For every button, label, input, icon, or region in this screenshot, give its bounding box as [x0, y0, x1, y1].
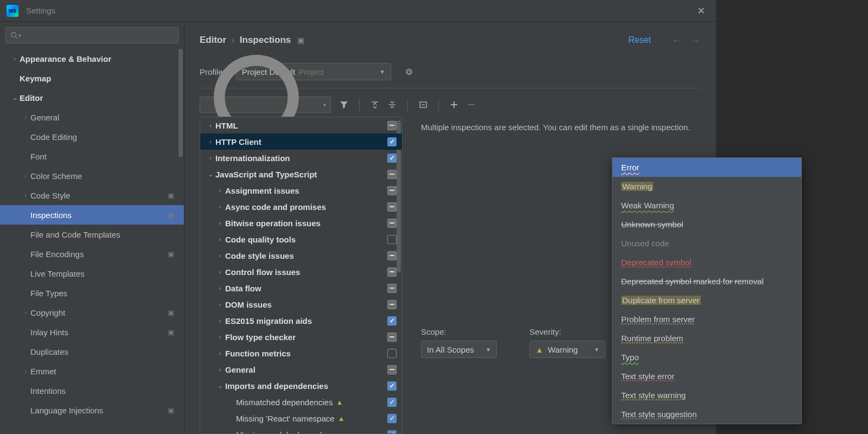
close-button[interactable]: ✕ [693, 3, 710, 19]
severity-option[interactable]: Text style warning [612, 386, 801, 405]
inspection-row[interactable]: ›Assignment issues [200, 182, 402, 199]
inspection-label: General [225, 365, 256, 374]
sidebar-item-label: Code Style [30, 191, 70, 200]
inspection-row[interactable]: ›Flow type checker [200, 329, 402, 345]
reset-link[interactable]: Reset [628, 35, 651, 45]
inspection-row[interactable]: ›ES2015 migration aids✓ [200, 312, 402, 329]
sidebar-item[interactable]: Duplicates [0, 342, 184, 361]
inspection-row[interactable]: ›Code style issues [200, 247, 402, 264]
inspection-row[interactable]: Missing 'React' namespace▲✓ [200, 410, 402, 426]
inspection-checkbox[interactable] [387, 349, 397, 358]
chevron-icon: ⌄ [10, 94, 20, 101]
severity-option[interactable]: Weak Warning [612, 196, 801, 215]
inspection-checkbox[interactable] [387, 333, 397, 342]
inspection-checkbox[interactable]: ✓ [387, 398, 397, 407]
inspection-row[interactable]: ›Internationalization✓ [200, 150, 402, 166]
inspection-row[interactable]: ›General [200, 361, 402, 378]
settings-tree[interactable]: ›Appearance & BehaviorKeymap⌄Editor›Gene… [0, 49, 184, 434]
severity-option[interactable]: Text style suggestion [612, 405, 801, 424]
inspection-checkbox[interactable] [387, 186, 397, 195]
severity-option[interactable]: Duplicate from server [612, 291, 801, 310]
inspection-row[interactable]: ›Control flow issues [200, 264, 402, 280]
severity-option[interactable]: Problem from server [612, 310, 801, 329]
gear-icon[interactable]: ⚙ [405, 67, 413, 77]
inspection-checkbox[interactable] [387, 202, 397, 212]
sidebar-item[interactable]: ›Appearance & Behavior [0, 49, 184, 68]
inspection-checkbox[interactable]: ✓ [387, 137, 397, 146]
settings-search-input[interactable]: ▾ [5, 27, 178, 43]
inspection-label: Function metrics [225, 349, 291, 358]
remove-button[interactable] [465, 98, 478, 111]
inspection-checkbox[interactable]: ✓ [387, 316, 397, 326]
inspection-checkbox[interactable] [387, 284, 397, 293]
severity-popup[interactable]: ErrorWarningWeak WarningUnknown symbolUn… [612, 157, 802, 424]
inspection-row[interactable]: ⌄JavaScript and TypeScript [200, 166, 402, 182]
sidebar-item[interactable]: ›Emmet [0, 361, 184, 381]
sidebar-item[interactable]: Language Injections▣ [0, 400, 184, 420]
sidebar-item[interactable]: File Encodings▣ [0, 244, 184, 264]
sidebar-item[interactable]: ›General [0, 107, 184, 127]
severity-option[interactable]: Warning [612, 177, 801, 196]
sidebar-item[interactable]: ›Copyright▣ [0, 303, 184, 322]
severity-option[interactable]: Unknown symbol [612, 215, 801, 234]
sidebar-item[interactable]: Code Editing [0, 127, 184, 146]
sidebar-item-label: Intentions [30, 386, 66, 395]
severity-option[interactable]: Runtime problem [612, 329, 801, 348]
inspection-row[interactable]: ›Bitwise operation issues [200, 215, 402, 231]
sidebar-item[interactable]: Font [0, 146, 184, 166]
inspection-label: Data flow [225, 284, 261, 293]
inspection-row[interactable]: Mismatched dependencies▲✓ [200, 394, 402, 410]
filter-button[interactable] [337, 98, 350, 111]
inspection-checkbox[interactable] [387, 300, 397, 309]
add-button[interactable] [448, 98, 461, 111]
breadcrumb-editor[interactable]: Editor [200, 35, 226, 46]
severity-option[interactable]: Error [612, 158, 801, 177]
inspection-checkbox[interactable] [387, 365, 397, 374]
sidebar-item[interactable]: Inlay Hints▣ [0, 322, 184, 342]
severity-option[interactable]: Deprecated symbol marked for removal [612, 272, 801, 291]
inspection-row[interactable]: ›Async code and promises [200, 199, 402, 215]
inspection-row[interactable]: Missing module dependenc▲✓ [200, 426, 402, 434]
back-button[interactable]: ← [672, 34, 682, 47]
inspection-checkbox[interactable] [387, 219, 397, 228]
inspection-checkbox[interactable]: ✓ [387, 381, 397, 391]
inspections-search-input[interactable]: ▾ [200, 97, 331, 113]
inspection-checkbox[interactable] [387, 235, 397, 244]
sidebar-item[interactable]: Inspections▣ [0, 205, 184, 225]
chevron-down-icon: ▼ [588, 347, 599, 353]
sidebar-item[interactable]: File Types [0, 283, 184, 303]
inspection-row[interactable]: ›HTTP Client✓ [200, 133, 402, 150]
expand-all-button[interactable] [368, 98, 381, 111]
inspection-row[interactable]: ›Function metrics [200, 345, 402, 361]
sidebar-item[interactable]: Live Templates [0, 264, 184, 283]
inspection-checkbox[interactable] [387, 267, 397, 277]
sidebar-item[interactable]: ⌄Editor [0, 88, 184, 107]
inspection-checkbox[interactable]: ✓ [387, 414, 397, 423]
forward-button[interactable]: → [690, 34, 701, 47]
reset-inspection-button[interactable] [417, 98, 430, 111]
severity-select[interactable]: ▲ Warning ▼ [529, 341, 605, 358]
sidebar-item[interactable]: Intentions [0, 381, 184, 400]
inspection-checkbox[interactable] [387, 121, 397, 130]
sidebar-item[interactable]: File and Code Templates [0, 225, 184, 244]
inspection-row[interactable]: ⌄Imports and dependencies✓ [200, 378, 402, 394]
collapse-all-button[interactable] [386, 98, 399, 111]
inspection-checkbox[interactable] [387, 170, 397, 179]
inspection-row[interactable]: ›Code quality tools [200, 231, 402, 247]
severity-option[interactable]: Deprecated symbol [612, 253, 801, 272]
inspection-checkbox[interactable] [387, 251, 397, 260]
inspection-row[interactable]: ›DOM issues [200, 296, 402, 312]
severity-option[interactable]: Unused code [612, 234, 801, 253]
warning-icon: ▲ [336, 398, 343, 406]
scope-select[interactable]: In All Scopes ▼ [421, 341, 497, 358]
inspection-row[interactable]: ›Data flow [200, 280, 402, 296]
sidebar-item[interactable]: Keymap [0, 68, 184, 88]
severity-option[interactable]: Text style error [612, 367, 801, 386]
inspection-checkbox[interactable]: ✓ [387, 430, 397, 435]
inspections-tree[interactable]: ›HTML›HTTP Client✓›Internationalization✓… [200, 117, 403, 434]
inspection-row[interactable]: ›HTML [200, 117, 402, 133]
inspection-checkbox[interactable]: ✓ [387, 154, 397, 163]
sidebar-item[interactable]: ›Code Style▣ [0, 186, 184, 205]
severity-option[interactable]: Typo [612, 348, 801, 367]
sidebar-item[interactable]: ›Color Scheme [0, 166, 184, 186]
